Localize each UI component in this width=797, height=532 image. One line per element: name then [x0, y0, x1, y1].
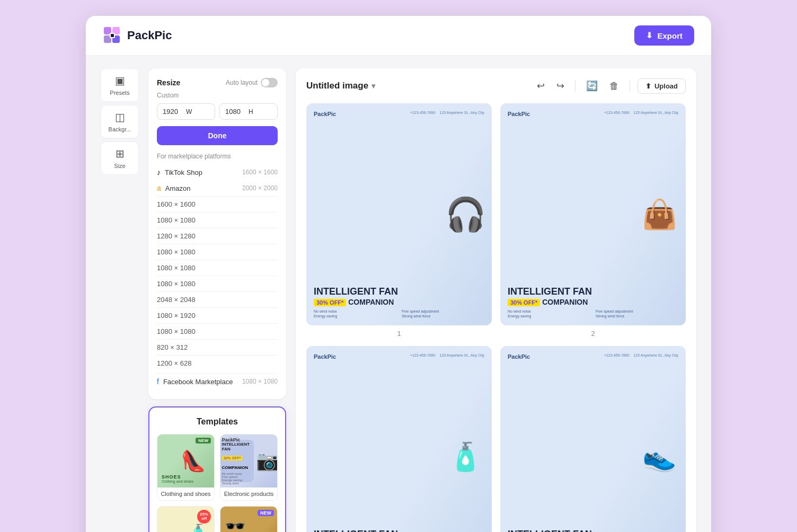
templates-title: Templates	[157, 417, 278, 427]
height-input[interactable]: 1080 H	[219, 103, 278, 120]
size-option-4[interactable]: 1080 × 1080	[157, 244, 278, 260]
preview-cell-3: PackPic +123-456-7890 123 Anywhere St., …	[306, 346, 492, 532]
svg-rect-5	[111, 34, 114, 37]
logo: PackPic	[103, 26, 172, 45]
facebook-platform[interactable]: f Facebook Marketplace 1080 × 1080	[157, 373, 278, 389]
upload-icon: ⬆	[645, 82, 651, 90]
size-option-3[interactable]: 1280 × 1280	[157, 228, 278, 244]
center-panel: Resize Auto layout Custom 1920 W 1080 H	[148, 68, 286, 532]
export-button[interactable]: ⬇ Export	[634, 25, 694, 46]
size-option-10[interactable]: 820 × 312	[157, 339, 278, 355]
marketplace-title: For marketplace platforms	[157, 153, 278, 160]
size-option-7[interactable]: 2048 × 2048	[157, 291, 278, 307]
size-option-1[interactable]: 1600 × 1600	[157, 196, 278, 212]
preview-number-1: 1	[397, 330, 401, 338]
custom-label: Custom	[157, 92, 278, 99]
product-shoe: 👟	[638, 436, 680, 478]
preview-title-row[interactable]: Untitled image ▾	[306, 81, 375, 91]
size-icon: ⊞	[116, 147, 125, 160]
logo-text: PackPic	[127, 29, 172, 42]
templates-grid: NEW SHOES Clothing and shoes 👠 Clothing …	[157, 434, 278, 532]
preview-cell-1: PackPic +123-456-7890 123 Anywhere St., …	[306, 103, 492, 338]
left-sidebar: ▣ Presets ◫ Backgr... ⊞ Size	[101, 68, 139, 532]
refresh-button[interactable]: 🔄	[583, 78, 601, 94]
size-option-9[interactable]: 1080 × 1080	[157, 323, 278, 339]
delete-button[interactable]: 🗑	[606, 78, 622, 94]
presets-icon: ▣	[115, 74, 125, 87]
auto-layout-toggle-row: Auto layout	[226, 78, 278, 87]
preview-toolbar: Untitled image ▾ ↩ ↪ 🔄 🗑 ⬆ Upload	[306, 78, 686, 94]
dimension-row: 1920 W 1080 H	[157, 103, 278, 120]
sidebar-item-presets[interactable]: ▣ Presets	[101, 68, 139, 102]
preview-cell-2: PackPic +123-456-7890 123 Anywhere St., …	[500, 103, 686, 338]
tiktok-icon: ♪	[157, 168, 161, 176]
jewelry-new-badge: NEW	[258, 510, 274, 516]
divider2	[630, 80, 630, 92]
main-content: ▣ Presets ◫ Backgr... ⊞ Size Resize Auto…	[86, 56, 711, 532]
sidebar-item-background[interactable]: ◫ Backgr...	[101, 105, 139, 138]
width-input[interactable]: 1920 W	[157, 103, 215, 120]
size-option-2[interactable]: 1080 × 1080	[157, 212, 278, 228]
template-thumb-electronic: PackPic INTELLIGENT FAN 30% OFF* COMPANI…	[220, 435, 277, 487]
background-icon: ◫	[115, 111, 125, 123]
template-label-electronic: Electronic products	[220, 487, 277, 500]
preview-card-4: PackPic +123-456-7890 123 Anywhere St., …	[500, 346, 686, 532]
preview-card-2: PackPic +123-456-7890 123 Anywhere St., …	[500, 103, 686, 325]
facebook-icon: f	[157, 377, 159, 386]
template-card-jewelry[interactable]: NEW 🕶️ Time to Shine Get Ready for the S…	[220, 506, 278, 532]
sidebar-item-size[interactable]: ⊞ Size	[101, 141, 139, 175]
tiktok-platform[interactable]: ♪ TikTok Shop 1600 × 1600	[157, 164, 278, 180]
preview-cell-4: PackPic +123-456-7890 123 Anywhere St., …	[500, 346, 686, 532]
header: PackPic ⬇ Export	[86, 16, 711, 56]
template-thumb-beauty: 25%off FACIALCLEANSER SHOP NOW › 🧴	[157, 507, 214, 532]
preview-area: Untitled image ▾ ↩ ↪ 🔄 🗑 ⬆ Upload	[296, 68, 696, 532]
size-option-6[interactable]: 1080 × 1080	[157, 276, 278, 291]
amazon-platform[interactable]: a Amazon 2000 × 2000	[157, 180, 278, 196]
app-window: PackPic ⬇ Export ▣ Presets ◫ Backgr... ⊞…	[86, 16, 711, 532]
preview-card-1: PackPic +123-456-7890 123 Anywhere St., …	[306, 103, 492, 325]
preview-title: Untitled image	[306, 81, 368, 91]
preview-number-2: 2	[591, 330, 595, 338]
download-icon: ⬇	[646, 31, 653, 40]
divider	[575, 80, 575, 92]
templates-panel: Templates NEW SHOES Clothing and shoes	[148, 406, 286, 532]
size-option-11[interactable]: 1200 × 628	[157, 355, 278, 371]
upload-button[interactable]: ⬆ Upload	[637, 78, 686, 94]
product-perfume: 🧴	[444, 436, 486, 478]
new-badge: NEW	[196, 438, 211, 444]
product-headphones: 🎧	[444, 193, 486, 236]
resize-panel: Resize Auto layout Custom 1920 W 1080 H	[148, 68, 286, 399]
done-button[interactable]: Done	[157, 126, 278, 145]
redo-button[interactable]: ↪	[553, 78, 568, 94]
undo-button[interactable]: ↩	[534, 78, 548, 94]
preview-card-3: PackPic +123-456-7890 123 Anywhere St., …	[306, 346, 492, 532]
size-option-8[interactable]: 1080 × 1920	[157, 307, 278, 323]
size-option-5[interactable]: 1080 × 1080	[157, 260, 278, 276]
template-card-shoes[interactable]: NEW SHOES Clothing and shoes 👠 Clothing …	[157, 434, 215, 501]
template-card-electronic[interactable]: PackPic INTELLIGENT FAN 30% OFF* COMPANI…	[220, 434, 278, 501]
chevron-down-icon: ▾	[371, 82, 375, 90]
resize-header: Resize Auto layout	[157, 78, 278, 87]
amazon-icon: a	[157, 184, 161, 192]
template-label-shoes: Clothing and shoes	[157, 487, 214, 500]
template-card-beauty[interactable]: 25%off FACIALCLEANSER SHOP NOW › 🧴 Beaut…	[157, 506, 215, 532]
template-thumb-jewelry: NEW 🕶️ Time to Shine Get Ready for the S…	[220, 507, 277, 532]
preview-actions: ↩ ↪ 🔄 🗑 ⬆ Upload	[534, 78, 686, 94]
template-thumb-shoes: NEW SHOES Clothing and shoes 👠	[157, 435, 214, 487]
resize-title: Resize	[157, 78, 180, 87]
logo-icon	[103, 26, 122, 45]
product-bag: 👜	[638, 193, 680, 236]
preview-grid: PackPic +123-456-7890 123 Anywhere St., …	[306, 103, 686, 532]
auto-layout-toggle[interactable]	[261, 78, 278, 87]
